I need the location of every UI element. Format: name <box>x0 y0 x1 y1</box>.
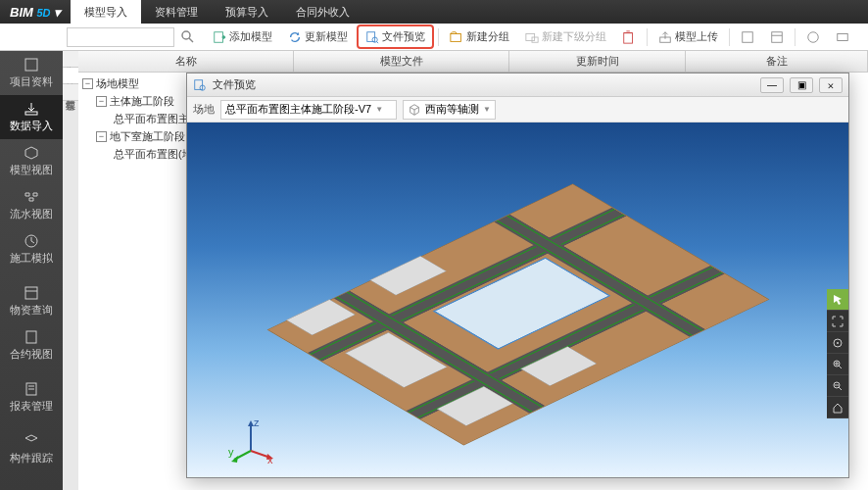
search-icon[interactable] <box>180 29 196 45</box>
add-model-button[interactable]: 添加模型 <box>206 26 279 47</box>
col-remark[interactable]: 备注 <box>686 51 868 72</box>
collapse-icon[interactable]: − <box>96 131 107 142</box>
sidebar-item-data-import[interactable]: 数据导入 <box>0 95 63 139</box>
col-time[interactable]: 更新时间 <box>509 51 686 72</box>
vtab-site-model[interactable]: 场地模型 <box>63 68 78 84</box>
tool-extra-1[interactable] <box>734 27 761 47</box>
preview-titlebar[interactable]: 文件预览 — ▣ ⨉ <box>187 74 848 97</box>
svg-point-18 <box>808 31 819 42</box>
cursor-tool[interactable] <box>827 289 848 311</box>
svg-rect-5 <box>367 31 375 41</box>
maximize-button[interactable]: ▣ <box>790 77 813 93</box>
sidebar-item-project-data[interactable]: 项目资料 <box>0 51 63 95</box>
sidebar-item-model-view[interactable]: 模型视图 <box>0 139 63 183</box>
minimize-button[interactable]: — <box>760 77 784 93</box>
site-select[interactable]: 总平面布置图主体施工阶段-V7▼ <box>220 100 397 120</box>
preview-title: 文件预览 <box>213 77 754 92</box>
home-tool[interactable] <box>827 397 848 418</box>
svg-rect-19 <box>838 33 848 40</box>
svg-rect-15 <box>743 31 753 42</box>
vertical-tabs: 实体模型 场地模型 其它模型 <box>63 51 78 490</box>
axis-gizmo[interactable]: z x y <box>226 416 275 466</box>
sidebar-item-material-query[interactable]: 物资查询 <box>0 279 63 323</box>
svg-text:x: x <box>267 454 273 466</box>
svg-text:y: y <box>228 446 234 458</box>
model-upload-button[interactable]: 模型上传 <box>651 26 725 47</box>
col-file[interactable]: 模型文件 <box>294 51 509 72</box>
toolbar: 添加模型 更新模型 文件预览 新建分组 新建下级分组 模型上传 <box>0 24 868 51</box>
column-headers: 名称 模型文件 更新时间 备注 <box>78 51 868 73</box>
viewport-toolbar <box>827 289 848 418</box>
svg-line-47 <box>839 387 842 390</box>
col-name[interactable]: 名称 <box>78 51 294 72</box>
tool-extra-2[interactable] <box>763 27 791 47</box>
svg-rect-23 <box>25 287 37 299</box>
sidebar-item-report-mgmt[interactable]: 报表管理 <box>0 375 63 419</box>
svg-line-7 <box>376 41 378 43</box>
svg-rect-16 <box>772 31 783 42</box>
collapse-icon[interactable]: − <box>96 96 107 107</box>
svg-rect-20 <box>25 59 37 71</box>
svg-rect-29 <box>195 79 203 89</box>
main-menu: 模型导入 资料管理 预算导入 合同外收入 <box>71 0 363 24</box>
svg-line-1 <box>189 38 193 42</box>
svg-line-43 <box>839 366 842 368</box>
menu-budget-import[interactable]: 预算导入 <box>212 0 282 24</box>
tool-extra-3[interactable] <box>799 27 827 47</box>
svg-rect-11 <box>624 32 633 43</box>
menu-data-mgmt[interactable]: 资料管理 <box>141 0 212 24</box>
vtab-entity-model[interactable]: 实体模型 <box>63 51 78 68</box>
close-button[interactable]: ⨉ <box>819 77 843 93</box>
sidebar-item-component-track[interactable]: 构件跟踪 <box>0 427 63 471</box>
collapse-icon[interactable]: − <box>82 78 93 89</box>
preview-toolbar: 场地 总平面布置图主体施工阶段-V7▼ 西南等轴测▼ <box>187 97 848 122</box>
new-subgroup-button[interactable]: 新建下级分组 <box>518 26 613 47</box>
file-preview-button[interactable]: 文件预览 <box>357 24 434 49</box>
title-bar: BIM 5D ▾ 模型导入 资料管理 预算导入 合同外收入 <box>0 0 868 24</box>
tool-extra-4[interactable] <box>829 27 856 47</box>
ground-plane <box>266 183 769 445</box>
vtab-other-model[interactable]: 其它模型 <box>63 84 78 101</box>
file-preview-window: 文件预览 — ▣ ⨉ 场地 总平面布置图主体施工阶段-V7▼ 西南等轴测▼ z … <box>186 73 849 478</box>
svg-text:z: z <box>254 416 260 428</box>
fullscreen-tool[interactable] <box>827 311 848 332</box>
field-label: 场地 <box>193 102 215 117</box>
svg-point-0 <box>182 31 190 39</box>
update-model-button[interactable]: 更新模型 <box>281 26 355 47</box>
sidebar-item-flow-view[interactable]: 流水视图 <box>0 183 63 227</box>
zoom-out-tool[interactable] <box>827 375 848 397</box>
sidebar-item-contract-view[interactable]: 合约视图 <box>0 323 63 368</box>
rotate-tool[interactable] <box>827 332 848 354</box>
svg-rect-25 <box>26 331 36 343</box>
svg-rect-2 <box>215 31 223 42</box>
svg-rect-21 <box>25 112 37 115</box>
menu-model-import[interactable]: 模型导入 <box>71 0 141 24</box>
delete-button[interactable] <box>615 27 643 47</box>
view-select[interactable]: 西南等轴测▼ <box>403 100 496 120</box>
cube-icon <box>408 103 421 117</box>
sidebar-item-construction-sim[interactable]: 施工模拟 <box>0 227 63 271</box>
app-logo: BIM 5D ▾ <box>0 5 71 20</box>
preview-icon <box>193 78 207 92</box>
menu-extra-income[interactable]: 合同外收入 <box>282 0 363 24</box>
zoom-in-tool[interactable] <box>827 354 848 375</box>
svg-point-41 <box>837 342 839 344</box>
svg-rect-8 <box>451 33 461 41</box>
new-group-button[interactable]: 新建分组 <box>443 26 516 47</box>
3d-viewport[interactable]: z x y <box>187 122 848 477</box>
sidebar: 项目资料 数据导入 模型视图 流水视图 施工模拟 物资查询 合约视图 报表管理 … <box>0 51 63 490</box>
search-input[interactable] <box>67 27 174 47</box>
